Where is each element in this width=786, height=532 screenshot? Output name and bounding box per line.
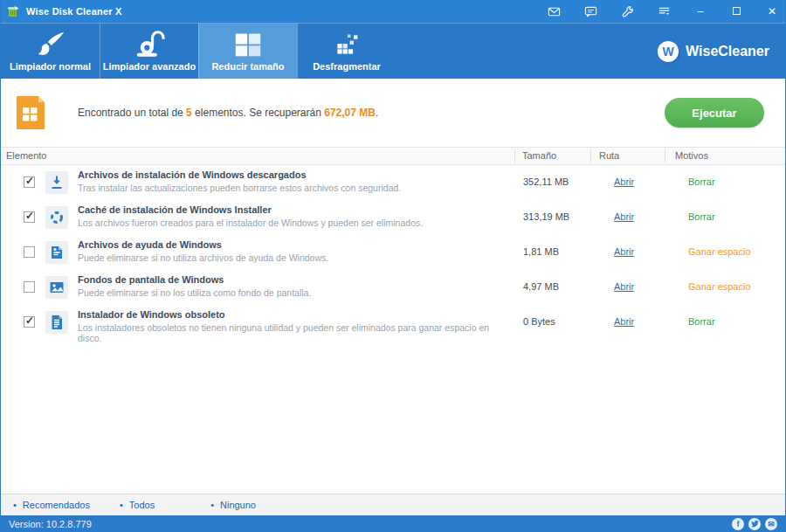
tab-limpiador-avanzado[interactable]: Limpiador avanzado	[100, 24, 198, 79]
tabbar: Limpiador normal Limpiador avanzado Redu…	[1, 23, 785, 79]
twitter-icon[interactable]	[748, 518, 761, 530]
select-none-link[interactable]: Ninguno	[210, 500, 256, 510]
summary-suffix: .	[376, 107, 378, 119]
brush-icon	[35, 30, 66, 59]
row-motive: Ganar espacio	[688, 246, 751, 257]
tab-label: Limpiador normal	[10, 61, 91, 72]
row-description: Tras instalar las actualizaciones pueden…	[78, 183, 497, 193]
feedback-icon[interactable]	[584, 5, 597, 18]
tab-desfragmentar[interactable]: Desfragmentar	[297, 24, 396, 79]
column-divider	[514, 149, 515, 162]
sync-icon	[45, 206, 68, 229]
row-motive: Borrar	[688, 211, 715, 222]
header-ruta: Ruta	[599, 148, 619, 164]
wisecleaner-logo: W WiseCleaner	[658, 24, 769, 79]
help-files-icon	[45, 241, 68, 264]
table-row: Fondos de pantalla de Windows Puede elim…	[1, 270, 785, 305]
statusbar: Version: 10.2.8.779 f ✉	[1, 515, 785, 532]
table-row: Instalador de Windows obsoleto Los insta…	[1, 305, 785, 340]
row-description: Puede eliminarse si no utiliza archivos …	[78, 252, 497, 263]
tab-reducir-tamano[interactable]: Reducir tamaño	[198, 24, 297, 79]
results-list: Archivos de instalación de Windows desca…	[1, 165, 785, 340]
vacuum-icon	[134, 30, 165, 59]
mail-icon[interactable]	[548, 5, 561, 18]
social-links: f ✉	[732, 518, 777, 530]
titlebar: Wise Disk Cleaner X – ✕	[1, 0, 785, 23]
summary-count: 5	[186, 107, 192, 119]
header-motivos: Motivos	[675, 148, 708, 164]
table-header: Elemento Tamaño Ruta Motivos	[1, 147, 785, 165]
window-title: Wise Disk Cleaner X	[26, 6, 121, 17]
table-row: Caché de instalación de Windows Installe…	[1, 200, 785, 235]
row-checkbox[interactable]	[24, 246, 35, 258]
open-link[interactable]: Abrir	[614, 316, 634, 327]
row-title: Caché de instalación de Windows Installe…	[78, 204, 497, 215]
summary-size: 672,07 MB	[324, 107, 376, 119]
row-checkbox[interactable]	[24, 316, 35, 328]
row-description: Los instaladores obsoletos no tienen nin…	[78, 322, 497, 343]
installer-doc-icon	[45, 311, 68, 334]
row-size: 352,11 MB	[523, 176, 569, 187]
tab-label: Limpiador avanzado	[103, 61, 196, 72]
open-link[interactable]: Abrir	[614, 281, 634, 292]
tools-icon[interactable]	[621, 5, 634, 18]
column-divider	[665, 149, 665, 162]
header-tamano: Tamaño	[522, 148, 556, 164]
row-motive: Borrar	[688, 316, 715, 327]
table-row: Archivos de instalación de Windows desca…	[1, 165, 785, 200]
select-all-link[interactable]: Todos	[120, 500, 155, 510]
row-text: Fondos de pantalla de Windows Puede elim…	[78, 274, 497, 298]
row-motive: Borrar	[688, 176, 715, 187]
maximize-button[interactable]	[730, 5, 742, 17]
wisecleaner-logo-icon: W	[658, 41, 679, 62]
version-label: Version: 10.2.8.779	[9, 519, 92, 529]
select-recommended-link[interactable]: Recomendados	[13, 500, 90, 510]
row-title: Archivos de instalación de Windows desca…	[78, 169, 497, 180]
wallpaper-icon	[45, 276, 68, 299]
row-text: Caché de instalación de Windows Installe…	[78, 204, 497, 228]
selection-bar: Recomendados Todos Ninguno	[1, 494, 785, 515]
table-row: Archivos de ayuda de Windows Puede elimi…	[1, 235, 785, 270]
defrag-icon	[331, 30, 362, 59]
row-title: Fondos de pantalla de Windows	[78, 274, 497, 285]
close-button[interactable]: ✕	[766, 5, 778, 17]
tab-limpiador-normal[interactable]: Limpiador normal	[1, 24, 100, 79]
email-icon[interactable]: ✉	[765, 518, 777, 530]
titlebar-actions: – ✕	[548, 5, 778, 18]
download-icon	[45, 171, 68, 194]
tab-label: Reducir tamaño	[211, 61, 284, 72]
open-link[interactable]: Abrir	[614, 246, 634, 257]
row-description: Puede eliminarse si no los utiliza como …	[78, 287, 497, 298]
summary-middle: elementos. Se recuperarán	[192, 107, 324, 119]
row-text: Archivos de ayuda de Windows Puede elimi…	[78, 239, 497, 263]
summary-bar: Encontrado un total de 5 elementos. Se r…	[1, 79, 785, 147]
execute-button[interactable]: Ejecutar	[665, 98, 764, 128]
minimize-button[interactable]: –	[694, 5, 707, 17]
wisecleaner-logo-text: WiseCleaner	[686, 44, 769, 59]
windows-document-icon	[15, 94, 46, 131]
row-size: 4,97 MB	[523, 281, 559, 292]
row-checkbox[interactable]	[24, 176, 35, 188]
row-size: 0 Bytes	[523, 316, 555, 327]
row-title: Archivos de ayuda de Windows	[78, 239, 497, 250]
row-checkbox[interactable]	[24, 211, 35, 223]
row-size: 313,19 MB	[523, 211, 569, 222]
facebook-icon[interactable]: f	[732, 518, 744, 530]
open-link[interactable]: Abrir	[614, 176, 634, 187]
column-divider	[590, 149, 591, 162]
row-size: 1,81 MB	[523, 246, 559, 257]
open-link[interactable]: Abrir	[614, 211, 634, 222]
row-motive: Ganar espacio	[688, 281, 751, 292]
wise-disk-cleaner-window: Wise Disk Cleaner X – ✕ Limpiador n	[0, 0, 786, 532]
tab-label: Desfragmentar	[313, 61, 381, 72]
app-icon	[6, 4, 20, 18]
row-text: Archivos de instalación de Windows desca…	[78, 169, 497, 193]
summary-text: Encontrado un total de 5 elementos. Se r…	[78, 107, 378, 119]
row-description: Los archivos fueron creados para el inst…	[78, 218, 497, 228]
summary-prefix: Encontrado un total de	[78, 107, 186, 119]
header-elemento: Elemento	[6, 148, 46, 164]
windows-icon	[232, 30, 264, 59]
row-title: Instalador de Windows obsoleto	[78, 309, 497, 320]
row-checkbox[interactable]	[24, 281, 35, 293]
menu-icon[interactable]	[658, 5, 671, 18]
